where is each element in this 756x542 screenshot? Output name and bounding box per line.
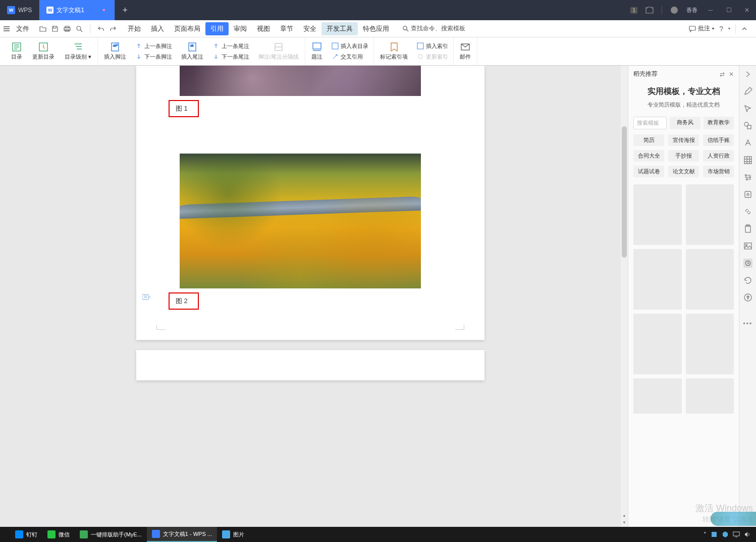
scroll-down-icon[interactable]: ▼ — [622, 520, 626, 525]
template-thumb[interactable] — [686, 249, 734, 310]
panel-close-icon[interactable]: ✕ — [729, 71, 734, 78]
toc-level-button[interactable]: 目录级别 ▾ — [63, 41, 93, 62]
skin-icon[interactable] — [645, 6, 654, 14]
template-thumb[interactable] — [633, 378, 682, 414]
scroll-up-icon[interactable]: ▲ — [622, 513, 626, 518]
image-icon[interactable] — [743, 241, 752, 251]
menu-tab-4[interactable]: 审阅 — [229, 22, 252, 35]
minimize-button[interactable]: ─ — [701, 0, 720, 20]
menu-tab-7[interactable]: 安全 — [298, 22, 321, 35]
template-thumb[interactable] — [686, 378, 734, 414]
tray-monitor-icon[interactable] — [733, 531, 740, 538]
template-thumb[interactable] — [686, 184, 734, 245]
prev-footnote-button[interactable]: 上一条脚注 — [134, 41, 173, 51]
menu-tab-3[interactable]: 引用 — [205, 22, 229, 35]
collapse-ribbon-icon[interactable] — [741, 25, 748, 32]
insert-footnote-button[interactable]: ab1 插入脚注 — [102, 41, 128, 62]
open-icon[interactable] — [39, 25, 46, 32]
paragraph-options-icon[interactable] — [142, 293, 151, 301]
clipboard-icon[interactable] — [743, 224, 752, 233]
annotate-button[interactable]: 批注 ▾ — [689, 24, 714, 33]
link-icon[interactable] — [743, 207, 752, 216]
insert-fig-toc-button[interactable]: 插入表目录 — [331, 41, 369, 51]
menu-tab-6[interactable]: 章节 — [275, 22, 298, 35]
tray-cube-icon[interactable] — [722, 531, 729, 538]
insert-index-button[interactable]: 插入索引 — [416, 41, 449, 51]
template-tag[interactable]: 宣传海报 — [668, 134, 699, 146]
hide-panel-icon[interactable] — [743, 70, 752, 79]
document-image-2[interactable] — [180, 154, 421, 288]
refresh-icon[interactable] — [743, 276, 752, 285]
next-endnote-button[interactable]: 下一条尾注 — [211, 52, 250, 62]
taskbar-app[interactable]: 一键排版助手(MyE... — [75, 527, 147, 542]
template-icon[interactable] — [743, 259, 752, 268]
menu-tab-0[interactable]: 开始 — [123, 22, 146, 35]
help-icon[interactable]: ? — [719, 25, 723, 33]
caption-1[interactable]: 图 1 — [169, 100, 199, 117]
toc-button[interactable]: 目录 — [9, 41, 24, 62]
menu-tab-9[interactable]: 特色应用 — [358, 22, 394, 35]
taskbar-start[interactable] — [0, 527, 10, 542]
template-thumb[interactable] — [633, 249, 682, 310]
template-tag[interactable]: 简历 — [633, 134, 664, 146]
menu-tab-1[interactable]: 插入 — [146, 22, 169, 35]
taskbar-app[interactable]: 文字文稿1 - WPS ... — [147, 527, 217, 542]
shape-icon[interactable] — [743, 121, 752, 130]
help-strip-icon[interactable]: ? — [743, 293, 752, 302]
document-area[interactable]: 图 1 图 2 — [0, 66, 621, 527]
caption-2[interactable]: 图 2 — [169, 292, 199, 310]
user-avatar-icon[interactable] — [670, 6, 678, 14]
text-style-icon[interactable] — [743, 138, 752, 147]
separator-button[interactable]: 脚注/尾注分隔线 — [256, 41, 301, 62]
cross-ref-button[interactable]: 交叉引用 — [331, 52, 369, 62]
template-tag[interactable]: 手抄报 — [668, 150, 699, 162]
panel-menu-icon[interactable]: ⇄ — [720, 71, 725, 78]
template-tag[interactable]: 市场营销 — [703, 166, 734, 177]
taskbar-app[interactable]: 钉钉 — [10, 527, 42, 542]
menu-tab-8[interactable]: 开发工具 — [321, 22, 358, 35]
new-tab-button[interactable]: + — [115, 0, 135, 20]
tray-up-icon[interactable]: ˄ — [704, 531, 707, 538]
template-tag[interactable]: 论文文献 — [668, 166, 699, 177]
scrollbar-thumb[interactable] — [622, 126, 627, 258]
select-icon[interactable] — [743, 104, 752, 113]
maximize-button[interactable]: ☐ — [720, 0, 738, 20]
template-thumb[interactable] — [686, 314, 734, 374]
template-tag[interactable]: 试题试卷 — [633, 166, 664, 177]
tray-icon[interactable] — [711, 531, 718, 538]
panel-tab-education[interactable]: 教育教学 — [704, 117, 734, 129]
menu-tab-5[interactable]: 视图 — [252, 22, 275, 35]
panel-tab-business[interactable]: 商务风 — [670, 117, 700, 129]
taskbar-app[interactable]: 图片 — [217, 527, 249, 542]
menu-tab-2[interactable]: 页面布局 — [169, 22, 205, 35]
menu-icon[interactable] — [3, 25, 10, 32]
redo-icon[interactable] — [110, 25, 117, 32]
caption-button[interactable]: 题注 — [309, 41, 325, 62]
vertical-scrollbar[interactable]: ▲ ▼ — [621, 66, 628, 527]
template-tag[interactable]: 合同大全 — [633, 150, 664, 162]
save-icon[interactable] — [51, 25, 59, 32]
file-menu[interactable]: 文件 — [15, 22, 34, 35]
template-thumb[interactable] — [633, 314, 682, 374]
system-tray[interactable]: ˄ — [698, 531, 756, 538]
template-thumb[interactable] — [633, 184, 682, 245]
template-search-input[interactable]: 搜索模板 — [633, 117, 667, 129]
print-icon[interactable] — [64, 25, 71, 32]
close-button[interactable]: ✕ — [738, 0, 756, 20]
more-icon[interactable]: ••• — [743, 320, 752, 329]
template-tag[interactable]: 信纸手账 — [703, 134, 734, 146]
tray-volume-icon[interactable] — [744, 531, 751, 538]
taskbar-app[interactable]: 微信 — [42, 527, 75, 542]
next-footnote-button[interactable]: 下一条脚注 — [134, 52, 173, 62]
search-command[interactable]: 查找命令、搜索模板 — [402, 24, 465, 33]
template-tag[interactable]: 人资行政 — [703, 150, 734, 162]
user-name[interactable]: 香香 — [686, 7, 697, 14]
undo-icon[interactable] — [97, 25, 104, 32]
prev-endnote-button[interactable]: 上一条尾注 — [211, 41, 250, 51]
settings-icon[interactable] — [743, 173, 752, 182]
document-image-1[interactable] — [180, 66, 421, 96]
mark-index-button[interactable]: 标记索引项 — [378, 41, 410, 62]
mail-button[interactable]: 邮件 — [458, 41, 473, 62]
notification-badge[interactable]: 1 — [630, 7, 637, 14]
preview-icon[interactable] — [76, 25, 83, 32]
